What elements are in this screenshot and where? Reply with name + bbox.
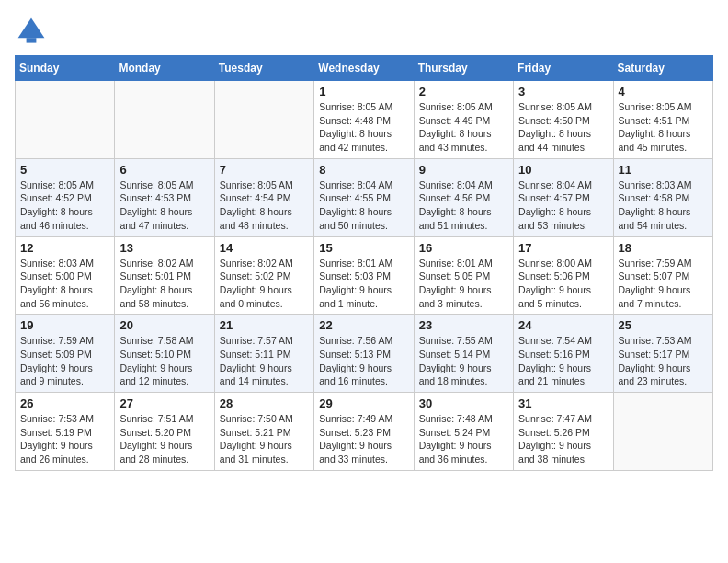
- calendar-cell: 21Sunrise: 7:57 AM Sunset: 5:11 PM Dayli…: [214, 315, 313, 393]
- day-info: Sunrise: 7:51 AM Sunset: 5:20 PM Dayligh…: [119, 412, 209, 466]
- day-number: 24: [518, 318, 608, 332]
- day-number: 2: [419, 85, 508, 98]
- calendar-week-5: 26Sunrise: 7:53 AM Sunset: 5:19 PM Dayli…: [16, 393, 713, 471]
- day-number: 23: [419, 318, 508, 332]
- calendar-cell: 7Sunrise: 8:05 AM Sunset: 4:54 PM Daylig…: [214, 158, 313, 236]
- day-number: 1: [319, 85, 408, 98]
- day-number: 8: [319, 163, 408, 177]
- day-info: Sunrise: 8:03 AM Sunset: 5:00 PM Dayligh…: [20, 257, 109, 311]
- day-info: Sunrise: 8:02 AM Sunset: 5:01 PM Dayligh…: [119, 257, 209, 311]
- day-number: 26: [20, 396, 109, 410]
- day-info: Sunrise: 7:50 AM Sunset: 5:21 PM Dayligh…: [220, 412, 309, 466]
- calendar-cell: [115, 81, 214, 159]
- calendar-cell: 30Sunrise: 7:48 AM Sunset: 5:24 PM Dayli…: [414, 393, 513, 471]
- day-info: Sunrise: 8:04 AM Sunset: 4:57 PM Dayligh…: [518, 178, 608, 233]
- day-number: 17: [518, 241, 608, 255]
- calendar-cell: 19Sunrise: 7:59 AM Sunset: 5:09 PM Dayli…: [16, 315, 115, 393]
- calendar-cell: 22Sunrise: 7:56 AM Sunset: 5:13 PM Dayli…: [314, 315, 414, 393]
- svg-marker-0: [18, 18, 45, 39]
- day-info: Sunrise: 7:58 AM Sunset: 5:10 PM Dayligh…: [119, 334, 209, 388]
- weekday-header-thursday: Thursday: [414, 56, 513, 81]
- calendar-cell: 28Sunrise: 7:50 AM Sunset: 5:21 PM Dayli…: [214, 393, 313, 471]
- day-number: 11: [619, 163, 708, 177]
- day-number: 15: [319, 241, 408, 255]
- day-info: Sunrise: 8:02 AM Sunset: 5:02 PM Dayligh…: [220, 257, 309, 311]
- day-info: Sunrise: 8:00 AM Sunset: 5:06 PM Dayligh…: [518, 257, 608, 311]
- logo-icon: [15, 15, 48, 48]
- weekday-header-sunday: Sunday: [16, 56, 115, 81]
- day-number: 31: [518, 396, 608, 410]
- day-number: 22: [319, 318, 408, 332]
- day-number: 13: [119, 241, 209, 255]
- weekday-header-monday: Monday: [115, 56, 214, 81]
- day-number: 4: [619, 85, 708, 98]
- day-info: Sunrise: 7:53 AM Sunset: 5:19 PM Dayligh…: [20, 412, 109, 466]
- day-number: 30: [419, 396, 508, 410]
- logo: [15, 15, 51, 48]
- calendar-week-1: 1Sunrise: 8:05 AM Sunset: 4:48 PM Daylig…: [16, 81, 713, 159]
- day-info: Sunrise: 7:55 AM Sunset: 5:14 PM Dayligh…: [419, 334, 508, 388]
- weekday-header-tuesday: Tuesday: [214, 56, 313, 81]
- day-info: Sunrise: 8:05 AM Sunset: 4:48 PM Dayligh…: [319, 100, 408, 155]
- weekday-header-wednesday: Wednesday: [314, 56, 414, 81]
- day-number: 19: [20, 318, 109, 332]
- day-number: 16: [419, 241, 508, 255]
- calendar-cell: [613, 393, 712, 471]
- day-number: 29: [319, 396, 408, 410]
- calendar-cell: 2Sunrise: 8:05 AM Sunset: 4:49 PM Daylig…: [414, 81, 513, 159]
- weekday-header-saturday: Saturday: [613, 56, 712, 81]
- calendar-cell: 5Sunrise: 8:05 AM Sunset: 4:52 PM Daylig…: [16, 158, 115, 236]
- calendar-cell: 15Sunrise: 8:01 AM Sunset: 5:03 PM Dayli…: [314, 236, 414, 315]
- calendar-cell: 26Sunrise: 7:53 AM Sunset: 5:19 PM Dayli…: [16, 393, 115, 471]
- calendar-cell: 25Sunrise: 7:53 AM Sunset: 5:17 PM Dayli…: [613, 315, 712, 393]
- day-info: Sunrise: 8:05 AM Sunset: 4:49 PM Dayligh…: [419, 100, 508, 155]
- day-number: 3: [518, 85, 608, 98]
- day-info: Sunrise: 7:54 AM Sunset: 5:16 PM Dayligh…: [518, 334, 608, 388]
- day-info: Sunrise: 8:01 AM Sunset: 5:05 PM Dayligh…: [419, 257, 508, 311]
- day-number: 28: [220, 396, 309, 410]
- day-info: Sunrise: 8:03 AM Sunset: 4:58 PM Dayligh…: [619, 178, 708, 233]
- day-number: 9: [419, 163, 508, 177]
- day-info: Sunrise: 8:04 AM Sunset: 4:56 PM Dayligh…: [419, 178, 508, 233]
- day-info: Sunrise: 8:05 AM Sunset: 4:54 PM Dayligh…: [220, 178, 309, 233]
- calendar-cell: 16Sunrise: 8:01 AM Sunset: 5:05 PM Dayli…: [414, 236, 513, 315]
- day-info: Sunrise: 7:49 AM Sunset: 5:23 PM Dayligh…: [319, 412, 408, 466]
- day-number: 27: [119, 396, 209, 410]
- calendar-week-3: 12Sunrise: 8:03 AM Sunset: 5:00 PM Dayli…: [16, 236, 713, 315]
- day-info: Sunrise: 8:05 AM Sunset: 4:51 PM Dayligh…: [619, 100, 708, 155]
- day-info: Sunrise: 7:53 AM Sunset: 5:17 PM Dayligh…: [619, 334, 708, 388]
- day-info: Sunrise: 7:56 AM Sunset: 5:13 PM Dayligh…: [319, 334, 408, 388]
- day-number: 5: [20, 163, 109, 177]
- day-info: Sunrise: 8:05 AM Sunset: 4:52 PM Dayligh…: [20, 178, 109, 233]
- day-info: Sunrise: 7:57 AM Sunset: 5:11 PM Dayligh…: [220, 334, 309, 388]
- calendar-cell: 27Sunrise: 7:51 AM Sunset: 5:20 PM Dayli…: [115, 393, 214, 471]
- day-info: Sunrise: 8:04 AM Sunset: 4:55 PM Dayligh…: [319, 178, 408, 233]
- day-info: Sunrise: 7:48 AM Sunset: 5:24 PM Dayligh…: [419, 412, 508, 466]
- calendar-cell: 17Sunrise: 8:00 AM Sunset: 5:06 PM Dayli…: [514, 236, 613, 315]
- calendar-cell: 20Sunrise: 7:58 AM Sunset: 5:10 PM Dayli…: [115, 315, 214, 393]
- calendar-cell: [16, 81, 115, 159]
- day-info: Sunrise: 7:59 AM Sunset: 5:07 PM Dayligh…: [619, 257, 708, 311]
- calendar-week-4: 19Sunrise: 7:59 AM Sunset: 5:09 PM Dayli…: [16, 315, 713, 393]
- calendar-cell: 12Sunrise: 8:03 AM Sunset: 5:00 PM Dayli…: [16, 236, 115, 315]
- day-number: 6: [119, 163, 209, 177]
- calendar-cell: 1Sunrise: 8:05 AM Sunset: 4:48 PM Daylig…: [314, 81, 414, 159]
- calendar-cell: [214, 81, 313, 159]
- svg-rect-1: [27, 38, 37, 42]
- day-info: Sunrise: 8:05 AM Sunset: 4:53 PM Dayligh…: [119, 178, 209, 233]
- day-number: 21: [220, 318, 309, 332]
- calendar-cell: 29Sunrise: 7:49 AM Sunset: 5:23 PM Dayli…: [314, 393, 414, 471]
- day-info: Sunrise: 7:59 AM Sunset: 5:09 PM Dayligh…: [20, 334, 109, 388]
- calendar-cell: 9Sunrise: 8:04 AM Sunset: 4:56 PM Daylig…: [414, 158, 513, 236]
- calendar-cell: 3Sunrise: 8:05 AM Sunset: 4:50 PM Daylig…: [514, 81, 613, 159]
- calendar-cell: 11Sunrise: 8:03 AM Sunset: 4:58 PM Dayli…: [613, 158, 712, 236]
- day-number: 18: [619, 241, 708, 255]
- page-header: [15, 15, 713, 48]
- calendar-cell: 13Sunrise: 8:02 AM Sunset: 5:01 PM Dayli…: [115, 236, 214, 315]
- day-number: 10: [518, 163, 608, 177]
- calendar-header: SundayMondayTuesdayWednesdayThursdayFrid…: [16, 56, 713, 81]
- day-number: 14: [220, 241, 309, 255]
- calendar-week-2: 5Sunrise: 8:05 AM Sunset: 4:52 PM Daylig…: [16, 158, 713, 236]
- calendar-cell: 4Sunrise: 8:05 AM Sunset: 4:51 PM Daylig…: [613, 81, 712, 159]
- day-info: Sunrise: 8:01 AM Sunset: 5:03 PM Dayligh…: [319, 257, 408, 311]
